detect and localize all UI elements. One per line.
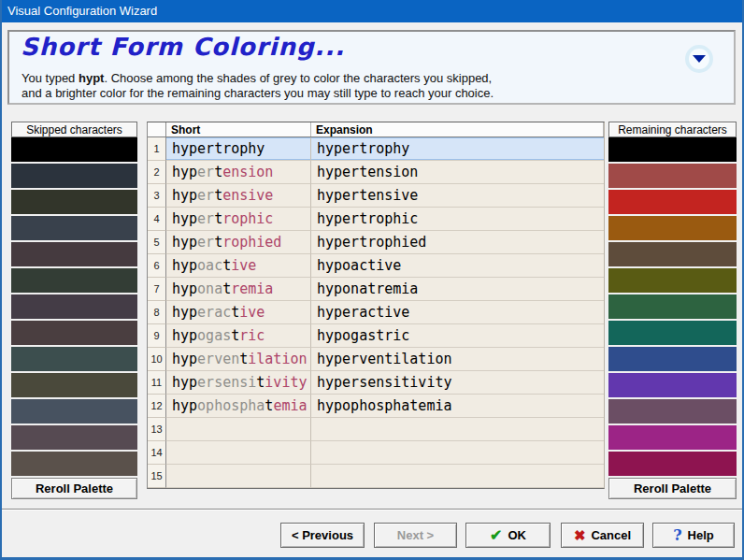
typed-chars: hyp bbox=[172, 397, 197, 414]
skipped-color-swatch[interactable] bbox=[11, 425, 137, 450]
remaining-color-swatch[interactable] bbox=[608, 190, 737, 214]
skipped-color-swatch[interactable] bbox=[11, 164, 137, 188]
remaining-color-swatch[interactable] bbox=[608, 425, 737, 450]
row-number: 7 bbox=[148, 278, 166, 301]
skipped-color-swatch[interactable] bbox=[11, 190, 137, 214]
skipped-color-swatch[interactable] bbox=[11, 399, 137, 424]
remaining-color-swatch[interactable] bbox=[608, 347, 737, 371]
remaining-color-swatch[interactable] bbox=[608, 294, 737, 319]
table-row[interactable]: 9hypogastrichypogastric bbox=[148, 324, 604, 348]
table-row[interactable]: 14 bbox=[148, 441, 604, 465]
table-row[interactable]: 8hyperactivehyperactive bbox=[148, 301, 604, 324]
expansion-cell[interactable]: hypertrophied bbox=[311, 231, 604, 254]
expansion-cell[interactable]: hyperventilation bbox=[311, 348, 604, 371]
short-cell[interactable]: hypertrophic bbox=[166, 208, 311, 231]
skipped-color-swatch[interactable] bbox=[11, 452, 137, 476]
expansion-cell[interactable]: hypogastric bbox=[311, 324, 604, 348]
ok-button[interactable]: ✔ OK bbox=[465, 523, 551, 548]
collapse-header-button[interactable] bbox=[685, 45, 713, 73]
table-row[interactable]: 10hyperventilationhyperventilation bbox=[148, 348, 604, 371]
expansion-cell[interactable]: hyponatremia bbox=[311, 278, 604, 301]
table-row[interactable]: 4hypertrophichypertrophic bbox=[148, 208, 604, 231]
short-cell[interactable]: hypogastric bbox=[166, 324, 311, 348]
remaining-color-swatch[interactable] bbox=[608, 242, 737, 266]
remaining-chars: emia bbox=[273, 397, 307, 414]
expansion-cell[interactable]: hypertrophic bbox=[311, 208, 604, 231]
table-row[interactable]: 15 bbox=[148, 465, 604, 488]
remaining-color-swatch[interactable] bbox=[608, 373, 737, 397]
reroll-palette-left-button[interactable]: Reroll Palette bbox=[11, 478, 137, 499]
skipped-color-swatch[interactable] bbox=[11, 373, 137, 397]
skipped-color-swatch[interactable] bbox=[11, 268, 137, 293]
remaining-color-swatch[interactable] bbox=[608, 452, 737, 476]
short-cell[interactable]: hypertension bbox=[166, 161, 311, 184]
expansion-cell[interactable] bbox=[311, 465, 604, 488]
skipped-chars: ersensi bbox=[197, 374, 256, 391]
table-row[interactable]: 1hypertrophyhypertrophy bbox=[148, 137, 604, 161]
shortform-table[interactable]: Short Expansion 1hypertrophyhypertrophy2… bbox=[147, 122, 605, 489]
row-number: 9 bbox=[148, 324, 166, 348]
title-bar[interactable]: Visual Configuration Wizard bbox=[0, 0, 744, 22]
short-cell[interactable] bbox=[166, 418, 311, 441]
expansion-cell[interactable]: hypersensitivity bbox=[311, 371, 604, 395]
remaining-color-swatch[interactable] bbox=[608, 164, 737, 188]
desc-line1-post: . Choose among the shades of grey to col… bbox=[104, 71, 492, 85]
row-number: 12 bbox=[148, 395, 166, 418]
table-row[interactable]: 2hypertensionhypertension bbox=[148, 161, 604, 184]
expansion-cell[interactable]: hypoactive bbox=[311, 254, 604, 278]
table-row[interactable]: 7hyponatremiahyponatremia bbox=[148, 278, 604, 301]
expansion-cell[interactable] bbox=[311, 418, 604, 441]
skipped-chars: erac bbox=[197, 304, 231, 321]
help-button[interactable]: ? Help bbox=[652, 523, 735, 548]
table-row[interactable]: 6hypoactivehypoactive bbox=[148, 254, 604, 278]
remaining-color-swatch[interactable] bbox=[608, 321, 737, 345]
short-cell[interactable] bbox=[166, 441, 311, 465]
remaining-color-swatch[interactable] bbox=[608, 268, 737, 293]
checkmark-icon: ✔ bbox=[490, 526, 502, 544]
short-cell[interactable]: hyperventilation bbox=[166, 348, 311, 371]
table-row[interactable]: 11hypersensitivityhypersensitivity bbox=[148, 371, 604, 395]
short-cell[interactable]: hypertensive bbox=[166, 184, 311, 208]
short-cell[interactable]: hypertrophy bbox=[166, 137, 311, 161]
wizard-header-box: Short Form Coloring... You typed hypt. C… bbox=[7, 30, 736, 105]
short-cell[interactable]: hypoactive bbox=[166, 254, 311, 278]
skipped-color-swatch[interactable] bbox=[11, 137, 137, 162]
row-number: 13 bbox=[148, 418, 166, 441]
table-row[interactable]: 12hypophosphatemiahypophosphatemia bbox=[148, 395, 604, 418]
table-row[interactable]: 3hypertensivehypertensive bbox=[148, 184, 604, 208]
row-number: 8 bbox=[148, 301, 166, 324]
table-row[interactable]: 5hypertrophiedhypertrophied bbox=[148, 231, 604, 254]
cancel-button-label: Cancel bbox=[591, 528, 631, 542]
remaining-color-swatch[interactable] bbox=[608, 216, 737, 240]
skipped-color-swatch[interactable] bbox=[11, 294, 137, 319]
next-button[interactable]: Next > bbox=[374, 523, 457, 548]
expansion-cell[interactable]: hypertension bbox=[311, 161, 604, 184]
help-button-label: Help bbox=[688, 528, 714, 542]
expansion-cell[interactable]: hyperactive bbox=[311, 301, 604, 324]
typed-chars: t bbox=[256, 374, 265, 391]
skipped-color-swatch[interactable] bbox=[11, 347, 137, 371]
table-row[interactable]: 13 bbox=[148, 418, 604, 441]
expansion-cell[interactable]: hypertensive bbox=[311, 184, 604, 208]
expansion-cell[interactable]: hypophosphatemia bbox=[311, 395, 604, 418]
skipped-color-swatch[interactable] bbox=[11, 321, 137, 345]
short-cell[interactable]: hypertrophied bbox=[166, 231, 311, 254]
expansion-cell[interactable] bbox=[311, 441, 604, 465]
reroll-palette-right-button[interactable]: Reroll Palette bbox=[608, 478, 737, 499]
row-number: 2 bbox=[148, 161, 166, 184]
short-cell[interactable]: hypersensitivity bbox=[166, 371, 311, 395]
remaining-color-swatch[interactable] bbox=[608, 399, 737, 424]
expansion-cell[interactable]: hypertrophy bbox=[311, 137, 604, 161]
question-mark-icon: ? bbox=[673, 526, 681, 544]
short-cell[interactable] bbox=[166, 465, 311, 488]
skipped-color-swatch[interactable] bbox=[11, 216, 137, 240]
short-cell[interactable]: hyperactive bbox=[166, 301, 311, 324]
remaining-color-swatch[interactable] bbox=[608, 137, 737, 162]
short-cell[interactable]: hypophosphatemia bbox=[166, 395, 311, 418]
typed-chars: hyp bbox=[172, 374, 197, 391]
previous-button[interactable]: < Previous bbox=[280, 523, 365, 548]
short-cell[interactable]: hyponatremia bbox=[166, 278, 311, 301]
typed-chars: hyp bbox=[172, 164, 197, 180]
skipped-color-swatch[interactable] bbox=[11, 242, 137, 266]
cancel-button[interactable]: ✖ Cancel bbox=[561, 523, 644, 548]
